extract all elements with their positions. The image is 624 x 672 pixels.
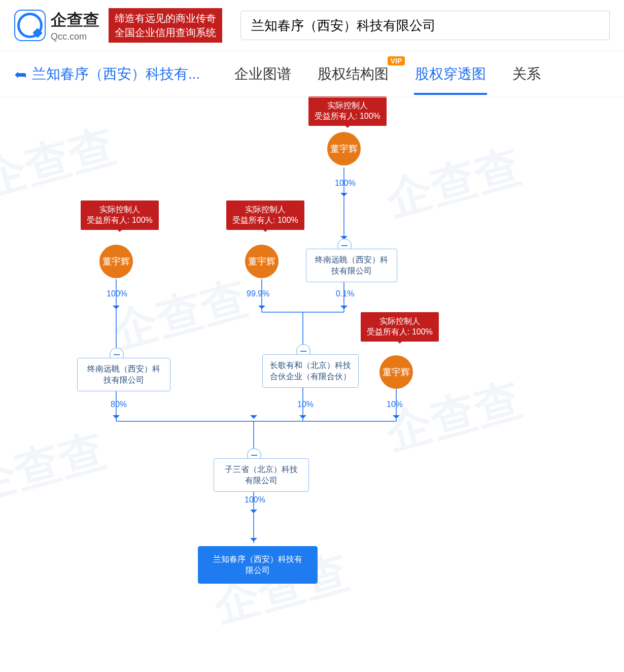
tab-label: 企业图谱 [234,66,291,82]
arrow-icon [299,415,306,422]
company-node-zhongnan-top[interactable]: 终南远眺（西安）科技有限公司 [306,249,397,282]
arrow-icon [393,415,400,422]
controller-label: 实际控制人 [232,205,298,215]
company-name: 长歌有和（北京）科技合伙企业（有限合伙） [270,361,351,381]
arrow-icon [258,306,265,313]
edge-pct: 0.1% [336,289,354,298]
beneficiary-pct: 100% [412,327,433,336]
arrow-icon [250,415,257,422]
edge-pct: 100% [107,289,127,298]
company-node-changge[interactable]: 长歌有和（北京）科技合伙企业（有限合伙） [262,354,359,388]
controller-label: 实际控制人 [367,316,433,327]
tab-enterprise-graph[interactable]: 企业图谱 [233,54,292,94]
logo[interactable]: 企查查 Qcc.com [14,9,99,42]
slogan: 缔造有远见的商业传奇 全国企业信用查询系统 [109,8,222,43]
company-node-zhongnan-left[interactable]: 终南远眺（西安）科技有限公司 [77,358,170,391]
beneficiary-pct: 100% [132,216,153,224]
person-node-dyh-left[interactable]: 董宇辉 [99,245,133,278]
company-node-zisan[interactable]: 子三省（北京）科技有限公司 [214,458,309,492]
slogan-line2: 全国企业信用查询系统 [115,25,216,40]
edge-pct: 10% [297,400,314,409]
search-box[interactable] [240,11,610,40]
tab-label: 关系 [512,66,541,82]
brand-name: 企查查 [51,9,99,31]
subnav: ➦ 兰知春序（西安）科技有... 企业图谱 股权结构图 VIP 股权穿透图 关系 [0,51,624,97]
arrow-icon [250,510,257,517]
tab-label: 股权结构图 [318,66,389,82]
edge-pct: 10% [387,400,403,409]
vip-badge: VIP [388,56,405,65]
tab-relation[interactable]: 关系 [511,54,542,94]
logo-icon [14,10,46,41]
header-bar: 企查查 Qcc.com 缔造有远见的商业传奇 全国企业信用查询系统 [0,0,624,51]
controller-label: 实际控制人 [87,205,153,215]
arrow-icon [340,306,348,313]
controller-badge: 实际控制人 受益所有人: 100% [81,200,159,230]
beneficiary-label: 受益所有人 [232,216,273,224]
person-name: 董宇辉 [383,366,410,378]
arrow-icon [113,415,120,422]
tab-equity-structure[interactable]: 股权结构图 VIP [317,54,390,94]
edge-pct: 80% [111,400,127,409]
company-name: 终南远眺（西安）科技有限公司 [315,255,388,275]
edge-pct: 99.9% [247,289,269,298]
person-node-dyh-top[interactable]: 董宇辉 [327,132,361,165]
edge-pct: 100% [335,179,356,188]
search-input[interactable] [250,17,600,34]
beneficiary-label: 受益所有人 [367,327,407,336]
controller-badge: 实际控制人 受益所有人: 100% [308,96,387,126]
arrow-icon [340,193,348,200]
edge-pct: 100% [245,495,265,505]
back-label: 兰知春序（西安）科技有... [32,64,200,84]
beneficiary-label: 受益所有人 [315,112,355,120]
beneficiary-pct: 100% [360,112,380,120]
person-name: 董宇辉 [330,143,358,155]
company-node-target[interactable]: 兰知春序（西安）科技有限公司 [198,546,318,584]
company-name: 兰知春序（西安）科技有限公司 [213,555,302,575]
person-node-dyh-right[interactable]: 董宇辉 [379,355,413,389]
back-link[interactable]: ➦ 兰知春序（西安）科技有... [14,64,200,84]
beneficiary-pct: 100% [278,216,298,224]
company-name: 子三省（北京）科技有限公司 [225,465,298,485]
equity-diagram: 实际控制人 受益所有人: 100% 董宇辉 100% 终南远眺（西安）科技有限公… [0,96,624,672]
slogan-line1: 缔造有远见的商业传奇 [115,11,216,25]
arrow-icon [250,538,257,545]
controller-label: 实际控制人 [315,100,380,111]
arrow-icon [113,306,120,313]
tab-label: 股权穿透图 [415,66,486,82]
controller-badge: 实际控制人 受益所有人: 100% [361,312,439,342]
person-name: 董宇辉 [102,255,130,267]
person-node-dyh-mid[interactable]: 董宇辉 [245,245,279,278]
brand-domain: Qcc.com [51,31,99,42]
company-name: 终南远眺（西安）科技有限公司 [87,364,160,384]
tabs: 企业图谱 股权结构图 VIP 股权穿透图 关系 [233,54,542,94]
tab-equity-penetration[interactable]: 股权穿透图 [414,54,487,94]
beneficiary-label: 受益所有人 [87,216,127,224]
person-name: 董宇辉 [248,255,275,267]
back-arrow-icon: ➦ [14,65,27,83]
controller-badge: 实际控制人 受益所有人: 100% [226,200,304,230]
